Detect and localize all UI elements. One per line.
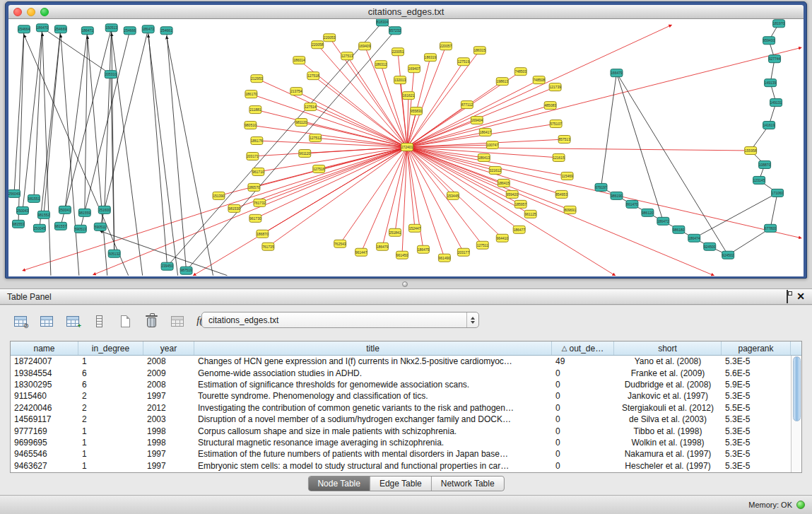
table-row[interactable]: 1872400712008Changes of HCN gene express… [11,356,791,367]
close-window-button[interactable] [13,8,22,16]
graph-node[interactable]: 186570 [248,183,260,191]
column-header-2[interactable]: year [143,341,194,355]
graph-node[interactable]: 961447 [355,248,367,256]
table-row[interactable]: 969969511998Structural magnetic resonanc… [11,437,791,448]
graph-node[interactable]: 186471 [81,27,93,35]
column-header-0[interactable]: name [11,341,78,355]
graph-node[interactable]: 115469 [561,172,573,180]
graph-node[interactable]: 250043 [16,206,28,214]
tab-edge-table[interactable]: Edge Table [370,477,432,491]
table-row[interactable]: 911546021997Tourette syndrome. Phenomeno… [11,390,791,402]
graph-node[interactable]: 986120 [642,209,654,216]
graph-node[interactable]: 877112 [461,101,473,109]
graph-node[interactable]: 250041 [59,206,71,214]
graph-node[interactable]: 186413 [478,153,490,161]
graph-node[interactable]: 169404 [471,117,483,124]
graph-node[interactable]: 250045 [33,224,45,232]
graph-node[interactable]: 186470 [36,24,48,32]
graph-node[interactable]: 186415 [498,179,510,187]
panel-resize-handle[interactable] [402,281,408,287]
graph-node[interactable]: 149131 [770,99,782,107]
graph-node[interactable]: 127518 [307,72,319,80]
column-header-5[interactable]: short [614,341,722,355]
graph-node[interactable]: 121739 [549,83,561,91]
graph-node[interactable]: 679197 [595,183,607,191]
graph-node[interactable]: 169407 [408,65,420,73]
graph-node[interactable]: 186319 [424,54,436,62]
close-panel-icon[interactable]: ✕ [796,293,805,300]
graph-node[interactable]: 220058 [312,41,324,49]
graph-node[interactable]: 485083 [544,102,556,110]
graph-node[interactable]: 127512 [310,134,322,142]
graph-node[interactable]: 256049 [8,189,20,197]
graph-node[interactable]: 957232 [389,27,401,35]
graph-node[interactable]: 575107 [550,120,562,128]
graph-node[interactable]: 251600 [98,206,110,214]
table-row[interactable]: 1938455462009Genome-wide association stu… [11,367,791,378]
graph-node[interactable]: 964410 [496,234,508,242]
network-canvas[interactable]: 2546641864702546691864711505132546661864… [8,19,804,276]
graph-node[interactable]: 961730 [249,214,261,222]
graph-node[interactable]: 981552 [37,211,49,218]
memory-status-icon[interactable] [796,501,805,509]
graph-node[interactable]: 205310 [105,71,117,78]
graph-hub-node[interactable]: 272401 [401,144,413,151]
graph-node[interactable]: 254666 [124,27,136,35]
graph-node[interactable]: 186477 [513,226,525,233]
graph-node[interactable]: 212953 [251,75,263,83]
graph-node[interactable]: 857513 [558,136,570,144]
graph-node[interactable]: 590513 [74,225,86,233]
graph-node[interactable]: 924500 [704,243,716,250]
table-row[interactable]: 977716911998Corpus callosum shape and si… [11,425,791,436]
window-titlebar[interactable]: citations_edges.txt [8,5,804,19]
column-settings-icon[interactable]: ⚙ [11,312,30,330]
graph-node[interactable]: 203177 [457,248,469,256]
graph-node[interactable]: 186472 [657,217,669,225]
minimize-window-button[interactable] [27,8,35,16]
graph-node[interactable]: 121615 [553,153,565,161]
graph-node[interactable]: 127513 [341,52,353,60]
network-svg[interactable]: 2546641864702546691864711505132546661864… [8,19,804,276]
graph-node[interactable]: 981120 [295,119,307,127]
graph-node[interactable]: 186312 [375,61,387,69]
graph-node[interactable]: 186473 [142,25,154,33]
table-row[interactable]: 1456911722003Disruption of a novel membe… [11,414,791,425]
graph-node[interactable]: 961710 [252,168,264,175]
graph-node[interactable]: 986180 [673,226,685,233]
graph-node[interactable]: 959430 [763,37,775,45]
graph-node[interactable]: 761732 [254,199,266,206]
graph-node[interactable]: 153445 [447,192,459,199]
graph-node[interactable]: 987519 [180,267,192,274]
graph-node[interactable]: 186014 [293,57,305,64]
graph-node[interactable]: 254664 [18,25,30,33]
graph-node[interactable]: 762543 [334,240,346,247]
graph-node[interactable]: 927744 [769,55,781,63]
graph-node[interactable]: 254669 [54,25,66,33]
graph-node[interactable]: 818304 [377,19,389,26]
graph-node[interactable]: 220057 [440,42,452,50]
table-row[interactable]: 1830029562008Estimation of significance … [11,379,791,390]
add-column-icon[interactable]: + [64,312,82,330]
graph-node[interactable]: 505132 [108,250,120,257]
graph-node[interactable]: 169409 [359,42,371,50]
graph-node[interactable]: 132013 [394,76,406,84]
graph-node[interactable]: 961490 [438,254,450,262]
delete-table-icon[interactable] [142,312,160,330]
graph-node[interactable]: 254661 [160,27,172,35]
graph-node[interactable]: 854953 [555,190,567,198]
graph-node[interactable]: 152447 [408,224,420,232]
graph-node[interactable]: 748503 [514,68,526,76]
graph-node[interactable]: 141619 [763,122,775,129]
graph-node[interactable]: 108870 [759,160,771,168]
graph-node[interactable]: 186170 [245,90,257,98]
zoom-window-button[interactable] [40,8,49,16]
row-tools-icon[interactable] [90,312,108,330]
graph-node[interactable]: 198613 [496,78,508,86]
table-scrollbar-thumb[interactable] [793,356,801,421]
graph-node[interactable]: 127514 [305,103,317,111]
graph-node[interactable]: 100747 [486,141,498,149]
graph-node[interactable]: 590511 [94,223,106,230]
graph-node[interactable]: 981557 [54,222,66,230]
graph-node[interactable]: 981559 [78,209,90,216]
graph-node[interactable]: 186479 [377,243,389,250]
